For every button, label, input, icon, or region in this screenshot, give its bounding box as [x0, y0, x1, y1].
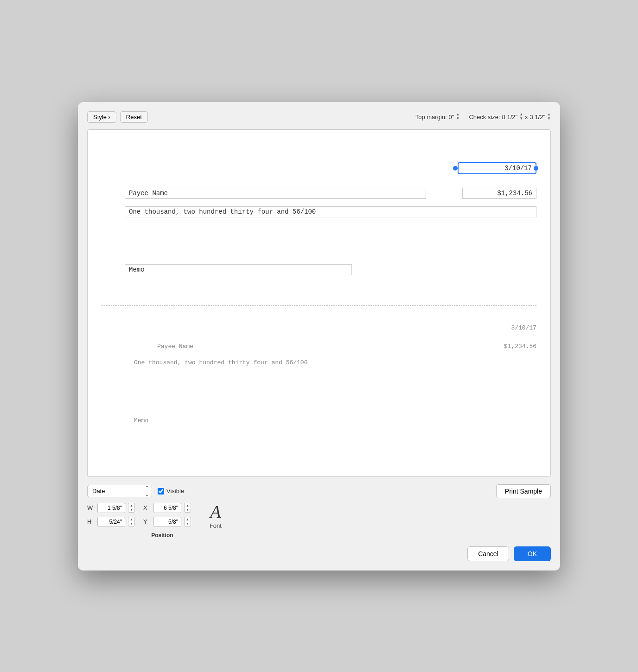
y-spinner[interactable]: ▲ ▼	[184, 517, 191, 526]
font-label: Font	[210, 522, 222, 529]
visible-label[interactable]: Visible	[158, 488, 184, 494]
stub-payee: Payee Name	[157, 343, 193, 350]
top-margin-value: 0"	[449, 114, 454, 120]
field-select[interactable]: Date Payee Amount Written Amount Memo	[87, 485, 152, 497]
w-row: W ▲ ▼ X ▲ ▼	[87, 503, 191, 513]
date-field[interactable]	[458, 162, 536, 174]
cancel-button[interactable]: Cancel	[467, 546, 509, 561]
controls-row2: W ▲ ▼ X ▲ ▼	[87, 503, 551, 539]
stub-written-amount: One thousand, two hundred thirty four an…	[134, 359, 307, 366]
toolbar-right: Top margin: 0" ▲ ▼ Check size: 8 1/2" ▲ …	[415, 113, 551, 121]
amount-field[interactable]	[462, 188, 536, 199]
check-size-label: Check size:	[469, 114, 500, 120]
written-amount-field[interactable]	[125, 206, 536, 217]
stub-memo: Memo	[134, 417, 148, 424]
check-size-h: 3 1/2"	[530, 114, 546, 120]
field-select-wrapper[interactable]: Date Payee Amount Written Amount Memo ⌃⌄	[87, 485, 152, 497]
check-size-h-spinner[interactable]: ▲ ▼	[547, 113, 551, 121]
h-input[interactable]	[97, 517, 125, 527]
controls-row1: Date Payee Amount Written Amount Memo ⌃⌄…	[87, 484, 551, 498]
check-size-x: x	[525, 114, 528, 120]
top-margin-spinner[interactable]: ▲ ▼	[456, 113, 459, 121]
w-label: W	[87, 504, 95, 511]
bottom-controls: Date Payee Amount Written Amount Memo ⌃⌄…	[87, 484, 551, 539]
check-top	[102, 139, 536, 306]
toolbar-left: Style › Reset	[87, 111, 148, 123]
top-margin-label: Top margin:	[415, 114, 447, 120]
visible-text: Visible	[166, 488, 184, 494]
dialog: Style › Reset Top margin: 0" ▲ ▼ Check s…	[78, 102, 560, 571]
stub-amount: $1,234.56	[504, 343, 536, 350]
y-input[interactable]	[153, 517, 181, 527]
x-label: X	[143, 504, 151, 511]
top-margin-group: Top margin: 0" ▲ ▼	[415, 113, 460, 121]
toolbar: Style › Reset Top margin: 0" ▲ ▼ Check s…	[87, 111, 551, 123]
controls-main: W ▲ ▼ X ▲ ▼	[87, 503, 222, 539]
position-label: Position	[151, 532, 173, 539]
memo-field[interactable]	[125, 264, 352, 275]
check-size-group: Check size: 8 1/2" ▲ ▼ x 3 1/2" ▲ ▼	[469, 113, 551, 121]
style-button[interactable]: Style ›	[87, 111, 116, 123]
visible-checkbox[interactable]	[158, 488, 164, 494]
check-preview: 3/10/17 Payee Name $1,234.56 One thousan…	[87, 129, 551, 477]
w-input[interactable]	[97, 503, 125, 513]
w-spinner[interactable]: ▲ ▼	[128, 503, 135, 513]
print-sample-button[interactable]: Print Sample	[496, 484, 551, 498]
font-section: A Font	[210, 503, 222, 529]
date-dot-right	[534, 166, 538, 171]
payee-row	[125, 188, 536, 199]
bottom-buttons: Cancel OK	[87, 546, 551, 561]
h-spinner[interactable]: ▲ ▼	[128, 517, 135, 526]
h-label: H	[87, 518, 95, 525]
check-size-w-spinner[interactable]: ▲ ▼	[519, 113, 523, 121]
date-dot-left	[453, 166, 458, 171]
font-icon[interactable]: A	[210, 503, 221, 520]
check-size-w: 8 1/2"	[502, 114, 518, 120]
check-bottom: 3/10/17 Payee Name $1,234.56 One thousan…	[102, 306, 536, 463]
stub-date: 3/10/17	[511, 324, 536, 331]
payee-field[interactable]	[125, 188, 426, 199]
x-input[interactable]	[153, 503, 181, 513]
x-spinner[interactable]: ▲ ▼	[184, 503, 191, 513]
h-row: H ▲ ▼ Y ▲ ▼	[87, 517, 191, 527]
y-label: Y	[143, 518, 151, 525]
ok-button[interactable]: OK	[514, 546, 551, 561]
wh-xy-block: W ▲ ▼ X ▲ ▼	[87, 503, 191, 539]
reset-button[interactable]: Reset	[120, 111, 148, 123]
